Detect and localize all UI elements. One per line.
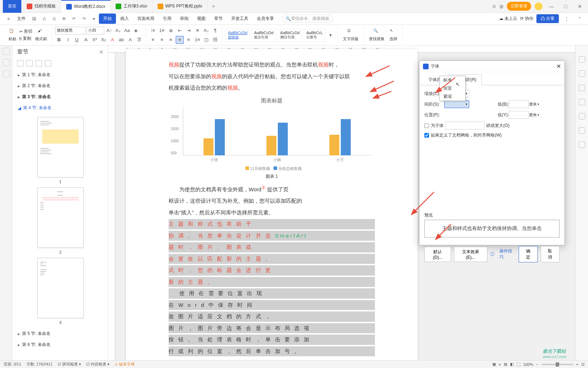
snap-grid-checkbox[interactable] <box>424 133 429 138</box>
page-thumbnail-1[interactable]: ▬▬▬▬▬▬▬▬▬▬▬▬▬▬▬▬▬▬▬▬▬▬▬▬▬▬▬▬▬▬▬▬▬▬▬▬▬▬▬▬… <box>37 117 84 177</box>
font-color-button[interactable]: A <box>108 36 116 44</box>
ribbon-tab-review[interactable]: 审阅 <box>176 14 193 24</box>
change-case-button[interactable]: Aa <box>123 27 131 34</box>
view-read-icon[interactable]: ◧ <box>510 362 514 367</box>
kerning-checkbox[interactable] <box>424 123 429 128</box>
grow-font-button[interactable]: A↑ <box>105 27 113 34</box>
clear-format-button[interactable]: ◈ <box>132 27 140 34</box>
search-panel-icon[interactable] <box>3 70 10 78</box>
settings-icon[interactable] <box>579 142 585 148</box>
vertical-ruler[interactable] <box>108 53 115 360</box>
shading-button[interactable]: ◫ <box>202 36 210 44</box>
command-search[interactable]: 🔍 查找命令、搜索模板 <box>282 15 333 23</box>
sort-button[interactable]: A↓ <box>202 27 210 34</box>
preview-icon[interactable]: 👁 <box>60 15 68 23</box>
line-spacing-button[interactable]: ‡≡ <box>194 36 201 44</box>
spacing-option-condensed[interactable]: 紧缩 <box>440 92 465 101</box>
tab-ppt[interactable]: WPS PPT教程.pptx <box>153 0 208 13</box>
export-icon[interactable]: ⎙ <box>40 15 48 23</box>
paste-button[interactable]: 📋粘贴 <box>6 28 18 42</box>
chapter-item-1[interactable]: ▸第 1 节: 未命名 <box>13 69 108 80</box>
add-tab-button[interactable]: + <box>208 3 219 10</box>
page-thumbnail-3[interactable]: ▬▬▬ ▬▬▬▬▬▬▬▬▬▬▬▬▬▬▬▬▬▬▬▬ <box>37 258 84 318</box>
ribbon-tab-start[interactable]: 开始 <box>99 14 116 24</box>
style-comment[interactable]: AaBbCcDd批注引用 <box>251 29 276 42</box>
ok-button[interactable]: 确定 <box>519 246 537 262</box>
align-left-button[interactable]: ≡ <box>149 36 157 44</box>
embedded-chart[interactable]: 图表标题 500 1000 1500 2000 小张小杨小王 11 <box>169 97 375 180</box>
ribbon-tab-devtools[interactable]: 开发工具 <box>227 14 253 24</box>
ribbon-tab-vip[interactable]: 会员专享 <box>253 14 278 24</box>
fit-icon[interactable]: ⊡ <box>581 362 584 367</box>
value-y-spinner[interactable] <box>509 111 529 119</box>
dropdown-icon[interactable]: ▾ <box>90 15 98 23</box>
chapter-item-2[interactable]: ▸第 2 节: 未命名 <box>13 80 108 91</box>
subscript-button[interactable]: X₂ <box>100 36 107 44</box>
ribbon-tab-references[interactable]: 引用 <box>159 14 176 24</box>
align-justify-button[interactable]: ≡ <box>176 36 184 44</box>
select-tool-icon[interactable] <box>579 85 585 91</box>
text-layout-button[interactable]: ☰文字排版 <box>341 28 361 42</box>
spacing-option-standard[interactable]: 标准 <box>440 76 465 84</box>
default-button[interactable]: 默认(D)... <box>424 247 451 262</box>
shape-icon[interactable] <box>579 99 585 105</box>
multilevel-button[interactable]: ≣ <box>167 27 175 34</box>
distribute-button[interactable]: ≡ <box>185 36 192 44</box>
zoom-level[interactable]: 100% <box>523 362 533 367</box>
unit-b-dropdown[interactable]: 厘米 <box>529 100 546 108</box>
align-right-button[interactable]: ≡ <box>167 36 175 44</box>
highlight-button[interactable]: ab <box>117 36 125 44</box>
view-print-icon[interactable]: ▦ <box>492 362 496 367</box>
tips-link[interactable]: 操作技巧 <box>499 248 513 260</box>
tab-word-doc[interactable]: Word教程2.docx <box>61 0 111 13</box>
increase-indent-button[interactable]: ⇥ <box>185 27 192 34</box>
phonetic-button[interactable]: 字 <box>135 36 143 44</box>
bold-button[interactable]: B <box>55 36 63 44</box>
chapter-item-6[interactable]: ▸第 6 节: 未命名 <box>13 339 108 350</box>
missing-font[interactable]: ⚠ 缺失字体 <box>115 362 135 367</box>
spacing-option-expanded[interactable]: 加宽 <box>440 84 465 92</box>
zoom-in[interactable]: + <box>576 362 578 367</box>
view-web-icon[interactable]: ≡ <box>499 362 501 367</box>
chapter-item-5[interactable]: ▸第 5 节: 未命名 <box>13 328 108 339</box>
format-painter-button[interactable]: 🖌格式刷 <box>33 28 49 42</box>
close-button[interactable]: ✕ <box>574 4 585 9</box>
styles-more-button[interactable]: ▾ <box>327 31 335 39</box>
unit-y-dropdown[interactable]: 厘米 <box>529 111 546 119</box>
ribbon-tab-layout[interactable]: 页面布局 <box>133 14 159 24</box>
coop-button[interactable]: ⟳ 协作 <box>520 16 533 22</box>
cut-button[interactable]: ✂ 剪切 <box>19 28 32 34</box>
save-icon[interactable]: 🖫 <box>30 15 38 23</box>
file-menu[interactable]: 文件 <box>14 14 29 23</box>
maximize-button[interactable]: □ <box>560 4 571 9</box>
show-marks-button[interactable]: ¶ <box>211 27 219 34</box>
strikethrough-button[interactable]: A̶ <box>82 36 90 44</box>
decrease-indent-button[interactable]: ⇤ <box>176 27 184 34</box>
collapse-icon[interactable]: ⌃ <box>575 15 584 23</box>
zoom-slider[interactable] <box>541 364 573 365</box>
cancel-button[interactable]: 取消 <box>541 246 560 262</box>
copy-button[interactable]: ⎘ 复制 <box>19 36 32 42</box>
more-icon[interactable]: ⋮ <box>562 15 571 23</box>
spell-check[interactable]: ☑ 拼写检查 ▾ <box>58 362 81 367</box>
zoom-out[interactable]: − <box>536 362 538 367</box>
view-outline-icon[interactable]: ▤ <box>504 362 507 367</box>
share-button[interactable]: 凸 分享 <box>536 14 559 23</box>
char-scale-button[interactable]: ✕ <box>194 27 201 34</box>
chapter-item-3[interactable]: ▸第 3 节: 未命名 <box>13 91 108 102</box>
italic-button[interactable]: I <box>64 36 72 44</box>
numbering-button[interactable]: 1≡ <box>158 27 166 34</box>
font-size-dropdown[interactable]: 小四 <box>86 27 104 34</box>
close-panel-button[interactable]: ✕ <box>99 49 104 55</box>
add-icon[interactable] <box>36 60 42 66</box>
chapter-item-4[interactable]: ◢第 4 节: 未命名 <box>13 102 108 113</box>
style-footnote[interactable]: AaBbCcDd脚注引用 <box>278 29 302 42</box>
menu-icon[interactable]: ≡ <box>4 15 13 23</box>
bookmark-icon[interactable] <box>3 59 10 66</box>
cloud-status[interactable]: ☁ 未上云 <box>499 16 517 22</box>
style-category[interactable]: AaBbCcL分类号 <box>304 29 325 42</box>
spacing-dropdown[interactable] <box>444 100 469 108</box>
remove-icon[interactable] <box>45 60 51 66</box>
style-hyperlink[interactable]: AaBbCcDd超链接 <box>226 29 250 42</box>
content-check[interactable]: ☑ 内容检查 ▾ <box>86 362 110 367</box>
